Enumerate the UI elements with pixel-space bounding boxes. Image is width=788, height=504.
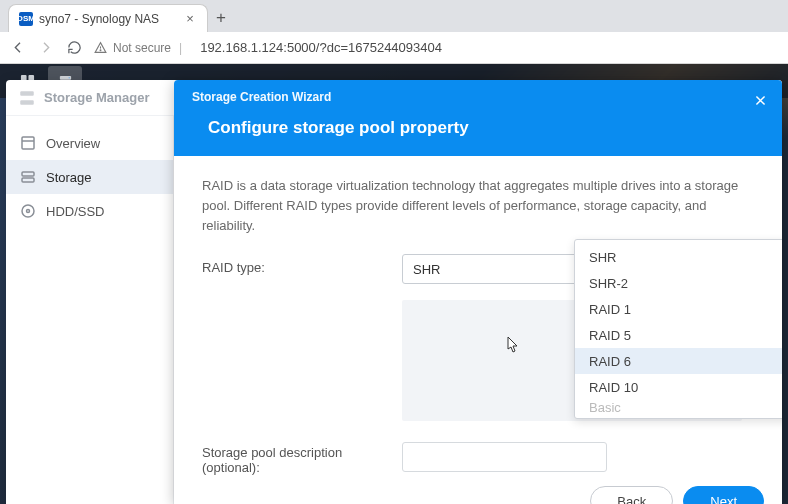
svg-rect-10 [20,100,34,105]
new-tab-button[interactable]: + [208,4,234,32]
sidebar-item-label: Storage [46,170,92,185]
dropdown-option-shr[interactable]: SHR [575,244,782,270]
wizard-footer: Back Next [174,485,782,504]
raid-type-label: RAID type: [202,254,402,275]
storage-creation-wizard: Storage Creation Wizard Configure storag… [174,80,782,504]
reload-button[interactable] [66,40,82,56]
raid-type-dropdown: SHR SHR-2 RAID 1 RAID 5 RAID 6 RAID 10 B… [574,239,782,419]
svg-point-15 [27,210,30,213]
security-label: Not secure [113,41,171,55]
dropdown-option-basic[interactable]: Basic [575,400,782,414]
dropdown-option-raid1[interactable]: RAID 1 [575,296,782,322]
svg-rect-9 [20,91,34,96]
security-indicator[interactable]: Not secure | [94,41,184,55]
sidebar-item-storage[interactable]: Storage [6,160,173,194]
svg-point-0 [100,50,101,51]
tab-close-icon[interactable]: × [183,12,197,26]
wizard-breadcrumb-title: Storage Creation Wizard [192,90,764,104]
browser-tab-strip: DSM syno7 - Synology NAS × + [0,0,788,32]
tab-favicon: DSM [19,12,33,26]
overview-icon [20,135,36,151]
sidebar-item-hdd-ssd[interactable]: HDD/SSD [6,194,173,228]
wizard-close-button[interactable] [750,90,770,110]
forward-button[interactable] [38,40,54,56]
tab-title: syno7 - Synology NAS [39,12,177,26]
svg-point-14 [22,205,34,217]
address-url[interactable]: 192.168.1.124:5000/?dc=1675244093404 [200,40,442,55]
svg-rect-13 [22,178,34,182]
wizard-description: RAID is a data storage virtualization te… [202,176,754,236]
browser-tab[interactable]: DSM syno7 - Synology NAS × [8,4,208,32]
sidebar-item-label: HDD/SSD [46,204,105,219]
svg-rect-12 [22,172,34,176]
disk-icon [20,203,36,219]
back-button[interactable]: Back [590,486,673,504]
browser-toolbar: Not secure | 192.168.1.124:5000/?dc=1675… [0,32,788,64]
wizard-body: RAID is a data storage virtualization te… [174,156,782,485]
dropdown-option-raid6[interactable]: RAID 6 [575,348,782,374]
pool-description-label: Storage pool description (optional): [202,439,402,475]
storage-manager-sidebar: Overview Storage HDD/SSD [6,116,174,504]
raid-type-selected-value: SHR [413,262,440,277]
dropdown-option-raid5[interactable]: RAID 5 [575,322,782,348]
wizard-step-title: Configure storage pool property [208,118,764,138]
close-icon [754,94,767,107]
svg-point-7 [68,77,70,79]
next-button[interactable]: Next [683,486,764,504]
storage-nav-icon [20,169,36,185]
dropdown-option-shr2[interactable]: SHR-2 [575,270,782,296]
storage-icon [18,89,36,107]
dropdown-option-raid10[interactable]: RAID 10 [575,374,782,400]
storage-manager-title: Storage Manager [44,90,149,105]
warning-icon [94,41,107,54]
svg-rect-11 [22,137,34,149]
sidebar-item-label: Overview [46,136,100,151]
pool-description-input[interactable] [402,442,607,472]
sidebar-item-overview[interactable]: Overview [6,126,173,160]
back-button[interactable] [10,40,26,56]
wizard-header: Storage Creation Wizard Configure storag… [174,80,782,156]
